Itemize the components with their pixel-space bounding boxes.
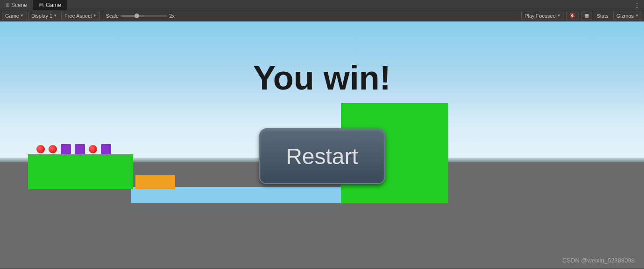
display-dropdown[interactable]: Display 1 ▼ xyxy=(28,12,60,20)
game-dropdown[interactable]: Game ▼ xyxy=(2,12,27,20)
purple-block-1 xyxy=(61,144,71,154)
you-win-text: You win! xyxy=(0,59,644,97)
watermark: CSDN @weixin_52388098 xyxy=(562,257,635,264)
game-dropdown-chevron: ▼ xyxy=(20,14,24,18)
restart-label: Restart xyxy=(286,144,358,169)
scale-label: Scale xyxy=(106,13,119,19)
gizmos-label: Gizmos xyxy=(616,13,634,19)
aspect-dropdown[interactable]: Free Aspect ▼ xyxy=(61,12,100,20)
tab-scene[interactable]: ⊞ Scene xyxy=(0,0,33,10)
toolbar: Game ▼ Display 1 ▼ Free Aspect ▼ Scale 2… xyxy=(0,10,644,21)
scale-group: Scale 2x xyxy=(106,13,175,19)
aspect-dropdown-label: Free Aspect xyxy=(64,13,92,19)
tab-game[interactable]: 🎮 Game xyxy=(33,0,67,10)
red-ball-3 xyxy=(89,145,97,153)
red-ball-2 xyxy=(49,145,57,153)
stats-button[interactable]: Stats xyxy=(594,12,611,20)
red-ball-1 xyxy=(36,145,45,153)
gizmos-chevron: ▼ xyxy=(635,14,639,18)
scene-icon: ⊞ xyxy=(6,2,9,7)
mute-button[interactable]: 🔇 xyxy=(566,12,579,20)
grid-icon: ▦ xyxy=(584,13,589,19)
purple-block-2 xyxy=(75,144,85,154)
game-dropdown-label: Game xyxy=(5,13,19,19)
purple-block-3 xyxy=(101,144,111,154)
play-focused-label: Play Focused xyxy=(524,13,556,19)
play-focused-dropdown[interactable]: Play Focused ▼ xyxy=(521,12,564,20)
deco-items xyxy=(36,144,111,154)
scale-value: 2x xyxy=(169,13,175,19)
platform-left xyxy=(28,154,133,189)
game-icon: 🎮 xyxy=(38,2,44,7)
platform-orange xyxy=(135,175,175,189)
right-toolbar: Play Focused ▼ 🔇 ▦ Stats Gizmos ▼ xyxy=(521,12,642,20)
display-dropdown-chevron: ▼ xyxy=(53,14,57,18)
tab-bar: ⊞ Scene 🎮 Game ⋮ xyxy=(0,0,644,10)
game-viewport: You win! Restart CSDN @weixin_52388098 xyxy=(0,21,644,269)
restart-button[interactable]: Restart xyxy=(259,128,385,184)
more-menu-icon[interactable]: ⋮ xyxy=(630,1,644,9)
platform-lightblue xyxy=(131,187,348,203)
grid-button[interactable]: ▦ xyxy=(581,12,592,20)
stats-label: Stats xyxy=(597,13,609,19)
mute-icon: 🔇 xyxy=(569,13,576,19)
play-focused-chevron: ▼ xyxy=(557,14,561,18)
separator-1 xyxy=(103,12,103,20)
tab-game-label: Game xyxy=(46,2,61,8)
gizmos-dropdown[interactable]: Gizmos ▼ xyxy=(613,12,642,20)
aspect-dropdown-chevron: ▼ xyxy=(93,14,97,18)
tab-scene-label: Scene xyxy=(11,2,27,8)
scale-slider[interactable] xyxy=(120,15,167,17)
display-dropdown-label: Display 1 xyxy=(31,13,52,19)
